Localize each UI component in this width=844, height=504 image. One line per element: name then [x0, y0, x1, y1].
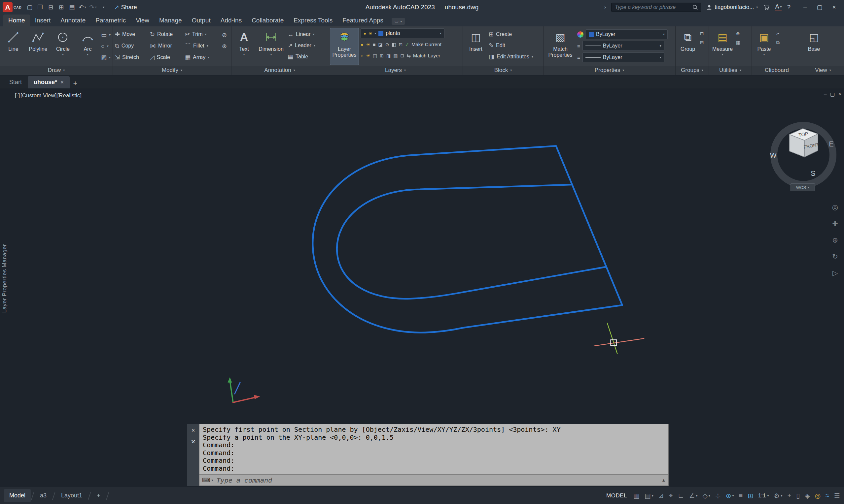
- panel-clipboard-footer[interactable]: Clipboard: [752, 66, 802, 75]
- quick-select-tool[interactable]: ⊚: [736, 30, 740, 38]
- tab-add-ins[interactable]: Add-ins: [216, 15, 247, 26]
- command-scroll-up-icon[interactable]: ▲: [661, 478, 666, 483]
- panel-layers-footer[interactable]: Layers ▾: [328, 66, 463, 75]
- edit-attributes-tool[interactable]: ◨Edit Attributes▾: [489, 52, 533, 62]
- grid-toggle[interactable]: ▦: [633, 492, 640, 500]
- panel-annotation-footer[interactable]: Annotation ▾: [231, 66, 328, 75]
- file-tab-uhouse[interactable]: uhouse* ×: [28, 76, 70, 88]
- open-file-button[interactable]: ❒: [35, 2, 46, 13]
- share-button[interactable]: ↗ Share: [114, 4, 137, 11]
- layer-copy-icon[interactable]: ▥: [393, 53, 398, 58]
- panel-groups-footer[interactable]: Groups ▾: [676, 66, 709, 75]
- layer-on-all-icon[interactable]: ○: [361, 53, 363, 58]
- search-expand-icon[interactable]: ›: [604, 4, 606, 10]
- cut-tool[interactable]: ✂: [776, 30, 780, 38]
- lineweight-dropdown[interactable]: ByLayer ▾: [583, 41, 665, 51]
- layer-thaw-icon[interactable]: ☀: [368, 31, 373, 36]
- viewport-menu-button[interactable]: [-]: [15, 92, 20, 99]
- close-button[interactable]: ×: [827, 0, 841, 15]
- viewport-minimize-icon[interactable]: –: [824, 91, 827, 97]
- ucs-icon[interactable]: [228, 377, 260, 402]
- layer-properties-button[interactable]: Layer Properties: [330, 29, 359, 65]
- command-window[interactable]: × ⚒ Specify first point on Section plane…: [187, 424, 669, 486]
- match-properties-tool[interactable]: ▧ Match Properties: [546, 29, 575, 58]
- full-navigation-wheel-icon[interactable]: ◎: [832, 203, 838, 211]
- text-tool[interactable]: A Text ▾: [234, 29, 255, 56]
- stretch-tool[interactable]: ⇲Stretch: [115, 54, 150, 60]
- zoom-icon[interactable]: ⊕: [832, 236, 838, 244]
- minimize-button[interactable]: –: [798, 0, 812, 15]
- search-input[interactable]: [614, 4, 690, 11]
- erase-tool[interactable]: ⊘: [222, 30, 227, 40]
- command-customize-wrench-icon[interactable]: ⚒: [191, 439, 195, 445]
- annotation-scale-button[interactable]: 1:1▾: [758, 492, 769, 499]
- search-box[interactable]: [611, 3, 701, 12]
- viewport-restore-icon[interactable]: ▢: [830, 91, 835, 97]
- layer-color-swatch[interactable]: [378, 31, 383, 36]
- layer-thaw-all-icon[interactable]: ☀: [366, 53, 370, 58]
- ribbon-display-toggle[interactable]: ▭ ▾: [392, 18, 405, 25]
- scale-tool[interactable]: ◿Scale: [150, 54, 185, 60]
- file-tab-start[interactable]: Start: [3, 76, 28, 88]
- tab-insert[interactable]: Insert: [30, 15, 56, 26]
- panel-modify-footer[interactable]: Modify ▾: [113, 66, 231, 75]
- layer-properties-manager-palette-tab[interactable]: Layer Properties Manager: [1, 244, 8, 313]
- linetype-dropdown[interactable]: ByLayer ▾: [583, 52, 665, 62]
- search-icon[interactable]: [692, 4, 698, 10]
- array-tool[interactable]: ▦Array▾: [185, 54, 220, 60]
- match-layer-button[interactable]: Match Layer: [413, 53, 441, 58]
- command-close-icon[interactable]: ×: [191, 427, 195, 434]
- layer-vpfreeze-icon[interactable]: ⊡: [399, 42, 403, 47]
- model-space-button[interactable]: MODEL: [606, 492, 627, 499]
- explode-tool[interactable]: ⊛: [222, 41, 227, 51]
- fillet-tool[interactable]: ⌒Fillet▾: [185, 43, 220, 49]
- group-tool[interactable]: ⧉ Group: [677, 29, 698, 52]
- layer-walk-icon[interactable]: ◧: [392, 42, 396, 47]
- rectangle-tool[interactable]: ▭▾: [101, 30, 110, 40]
- customization-menu-button[interactable]: ☰: [834, 492, 840, 500]
- show-motion-icon[interactable]: ▷: [832, 269, 838, 277]
- isometric-drafting-toggle[interactable]: ◇▾: [702, 492, 710, 500]
- layer-lock-tool-icon[interactable]: ◪: [378, 42, 383, 47]
- selection-cycling-toggle[interactable]: ⊞: [747, 492, 753, 500]
- tab-express-tools[interactable]: Express Tools: [289, 15, 338, 26]
- app-store-cart-icon[interactable]: [763, 4, 770, 11]
- account-menu[interactable]: tiagobonifacio... ▾: [706, 4, 758, 11]
- view-control-button[interactable]: [Custom View]: [20, 92, 57, 99]
- new-file-button[interactable]: ▢: [24, 2, 35, 13]
- viewcube-east-label[interactable]: E: [829, 140, 834, 148]
- plot-button[interactable]: ▤: [67, 2, 77, 13]
- layer-off-icon[interactable]: ●: [361, 42, 363, 47]
- snap-mode-toggle[interactable]: ▤▾: [644, 492, 653, 500]
- arc-tool[interactable]: Arc ▾: [76, 29, 99, 56]
- circle-tool[interactable]: Circle ▾: [52, 29, 74, 56]
- dynamic-input-toggle[interactable]: ⌖: [669, 492, 673, 499]
- edit-block-tool[interactable]: ✎Edit: [489, 40, 533, 51]
- trim-tool[interactable]: ✂Trim▾: [185, 31, 220, 37]
- object-color-dropdown[interactable]: ByLayer ▾: [586, 29, 668, 39]
- trial-menu[interactable]: A ▾: [775, 3, 781, 11]
- command-input-row[interactable]: ⌨▾ ▲: [200, 474, 668, 486]
- panel-block-footer[interactable]: Block ▾: [463, 66, 543, 75]
- quick-properties-toggle[interactable]: ▯: [796, 492, 800, 500]
- tab-output[interactable]: Output: [187, 15, 216, 26]
- tab-home[interactable]: Home: [3, 15, 30, 26]
- measure-tool[interactable]: ▤ Measure ▾: [711, 29, 734, 56]
- linear-dimension-tool[interactable]: ↔Linear▾: [288, 29, 315, 39]
- group-edit-tool[interactable]: ⊞: [700, 39, 704, 47]
- quick-calc-tool[interactable]: ▦: [736, 39, 740, 47]
- pan-icon[interactable]: ✚: [832, 220, 838, 228]
- file-tab-close-icon[interactable]: ×: [61, 79, 64, 86]
- layer-lock-icon[interactable]: ▪: [375, 31, 376, 36]
- panel-view-footer[interactable]: View ▾: [802, 66, 844, 75]
- layer-prev-icon[interactable]: ◫: [373, 53, 377, 58]
- qat-customize-button[interactable]: ▾: [98, 2, 109, 13]
- panel-properties-footer[interactable]: Properties ▾: [544, 66, 675, 75]
- maximize-button[interactable]: ▢: [812, 0, 827, 15]
- lock-ui-button[interactable]: ◈: [805, 492, 810, 500]
- save-button[interactable]: ⊟: [46, 2, 56, 13]
- layer-merge-icon[interactable]: ⊞: [380, 53, 384, 58]
- workspace-switching-button[interactable]: ⚙▾: [774, 492, 782, 500]
- autocad-logo[interactable]: A: [3, 2, 13, 12]
- layout-tab-model[interactable]: Model: [4, 489, 31, 502]
